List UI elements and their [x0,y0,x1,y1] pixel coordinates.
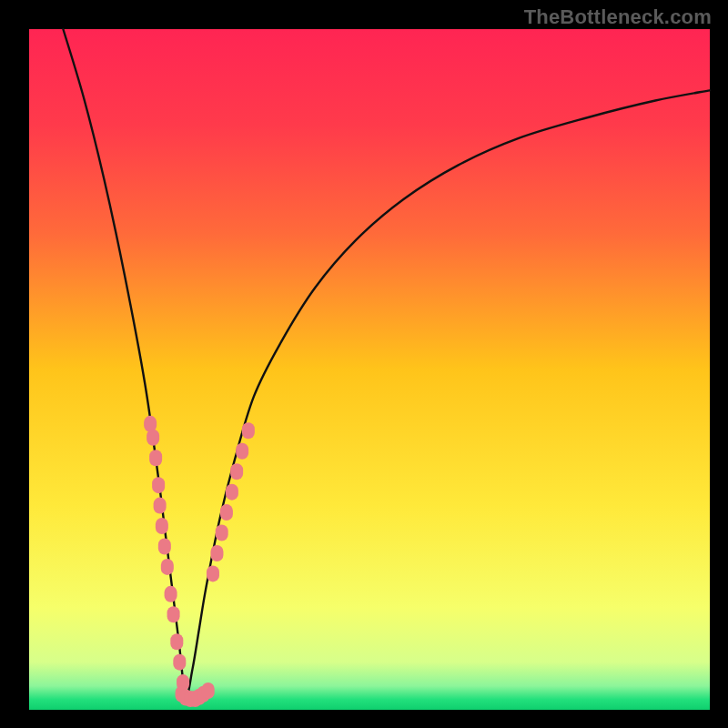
data-point [207,565,219,581]
data-point [236,443,248,460]
data-point [149,450,162,466]
data-point [202,682,215,699]
data-point [165,586,177,602]
data-point [170,633,183,650]
data-point [242,422,255,439]
chart-svg [29,29,710,710]
plot-area [29,29,710,710]
data-point [152,477,165,493]
chart-frame: TheBottleneck.com [0,0,728,728]
data-point [156,518,168,534]
data-point [220,504,233,521]
watermark-text: TheBottleneck.com [524,5,712,29]
data-point [147,430,159,446]
data-point [230,463,243,480]
data-point [173,654,186,671]
bottleneck-curve [63,29,710,697]
data-point [210,545,223,561]
data-point [216,525,228,541]
data-point [158,538,171,554]
data-point [167,606,180,622]
data-point [161,559,174,575]
data-point [154,498,167,514]
data-point [226,484,238,500]
